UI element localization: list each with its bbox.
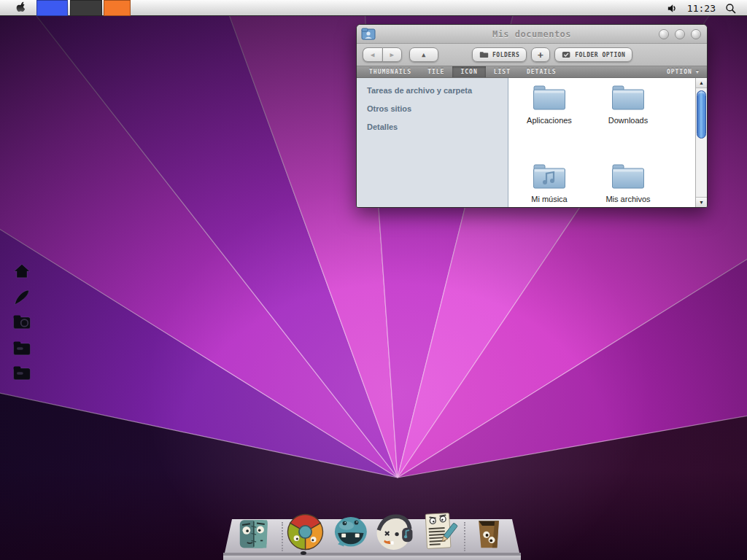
tab-tile[interactable]: TILE — [419, 66, 452, 77]
apple-menu-icon[interactable] — [13, 1, 28, 15]
folder-icon — [611, 163, 646, 190]
folder-icon — [479, 51, 489, 58]
folder-music-icon — [532, 163, 567, 190]
scroll-up-arrow[interactable]: ▲ — [696, 78, 707, 88]
menu-bar: 11:23 — [0, 0, 747, 16]
volume-icon[interactable] — [666, 2, 678, 15]
folder-label: Mi música — [511, 195, 587, 203]
vertical-scrollbar[interactable]: ▲ ▼ — [695, 78, 707, 207]
clock: 11:23 — [687, 3, 716, 14]
folder-label: Downloads — [590, 116, 666, 125]
folder-icon — [532, 84, 567, 112]
text-editor-icon[interactable] — [418, 509, 459, 553]
folders-button-label: FOLDERS — [492, 52, 519, 58]
brush-icon[interactable] — [10, 287, 34, 308]
desktop: 11:23 Mis documentos ◀ ▶ ▲ FO — [0, 0, 747, 560]
folder-view: Aplicaciones Downloads Mi música Mis arc… — [508, 78, 695, 207]
folder-label: Mis archivos — [590, 195, 666, 203]
folders-button[interactable]: FOLDERS — [472, 47, 527, 62]
folder-item-aplicaciones[interactable]: Aplicaciones — [511, 84, 587, 125]
pictures-folder-icon[interactable] — [10, 312, 34, 332]
dock-reflection — [233, 553, 273, 560]
chrome-browser-icon[interactable] — [285, 512, 325, 552]
chevron-down-icon: ▼ — [696, 69, 700, 75]
view-tabbar: THUMBNAILS TILE ICON LIST DETAILS OPTION… — [357, 66, 707, 78]
window-sidebar: Tareas de archivo y carpeta Otros sitios… — [357, 78, 508, 207]
dock-reflection — [330, 553, 371, 560]
tab-list[interactable]: LIST — [486, 66, 519, 77]
trash-icon[interactable] — [470, 512, 508, 553]
window-button-1[interactable] — [659, 29, 669, 39]
frankenstein-app-icon[interactable] — [233, 514, 273, 553]
forward-arrow-icon: ▶ — [390, 51, 395, 58]
dock-separator — [464, 522, 465, 551]
folder-item-downloads[interactable]: Downloads — [590, 84, 666, 125]
folder-option-button[interactable]: FOLDER OPTION — [554, 47, 632, 62]
back-button[interactable]: ◀ — [363, 47, 382, 62]
back-arrow-icon: ◀ — [371, 51, 375, 58]
forward-button[interactable]: ▶ — [382, 47, 402, 62]
tab-thumbnails[interactable]: THUMBNAILS — [361, 66, 419, 77]
documents-folder-icon[interactable] — [10, 338, 34, 359]
up-button[interactable]: ▲ — [409, 47, 438, 62]
tab-details[interactable]: DETAILS — [519, 66, 565, 77]
folder-item-mis-archivos[interactable]: Mis archivos — [590, 163, 666, 203]
window-title: Mis documentos — [357, 29, 707, 39]
option-dropdown[interactable]: OPTION ▼ — [659, 66, 707, 77]
window-button-3[interactable] — [691, 29, 701, 39]
folder-option-label: FOLDER OPTION — [575, 52, 625, 58]
scrollbar-thumb[interactable] — [697, 90, 706, 139]
chat-monster-app-icon[interactable] — [330, 513, 371, 553]
workspace-button-dark[interactable] — [70, 0, 102, 16]
up-arrow-icon: ▲ — [422, 51, 426, 58]
workspace-button-blue[interactable] — [36, 0, 68, 16]
dock-separator — [282, 522, 283, 551]
running-indicator — [301, 551, 306, 555]
option-label: OPTION — [667, 69, 692, 75]
dock-reflection — [418, 553, 459, 560]
plus-icon: + — [538, 50, 543, 61]
folder-icon — [611, 84, 646, 112]
home-icon[interactable] — [10, 261, 34, 281]
search-icon[interactable] — [724, 2, 737, 15]
dock-reflection — [470, 553, 508, 560]
music-player-icon[interactable] — [374, 510, 415, 553]
add-button[interactable]: + — [531, 47, 550, 62]
window-button-2[interactable] — [675, 29, 685, 39]
sidebar-section-detalles[interactable]: Detalles — [367, 122, 508, 131]
sidebar-section-tareas[interactable]: Tareas de archivo y carpeta — [367, 86, 508, 95]
window-titlebar[interactable]: Mis documentos — [357, 25, 707, 44]
documents-folder-window-icon — [361, 28, 376, 40]
tab-icon[interactable]: ICON — [452, 66, 485, 77]
files-folder-icon[interactable] — [10, 363, 34, 384]
window-toolbar: ◀ ▶ ▲ FOLDERS + FOLDER OPTION — [357, 44, 707, 66]
folder-label: Aplicaciones — [511, 116, 587, 125]
checkbox-icon — [562, 51, 571, 58]
sidebar-section-otros-sitios[interactable]: Otros sitios — [367, 104, 508, 113]
folder-item-mi-musica[interactable]: Mi música — [511, 163, 587, 203]
dock-reflection — [374, 553, 415, 560]
workspace-button-orange[interactable] — [104, 0, 131, 16]
scroll-down-arrow[interactable]: ▼ — [696, 197, 707, 207]
file-manager-window: Mis documentos ◀ ▶ ▲ FOLDERS + FOLDER OP… — [356, 24, 708, 208]
